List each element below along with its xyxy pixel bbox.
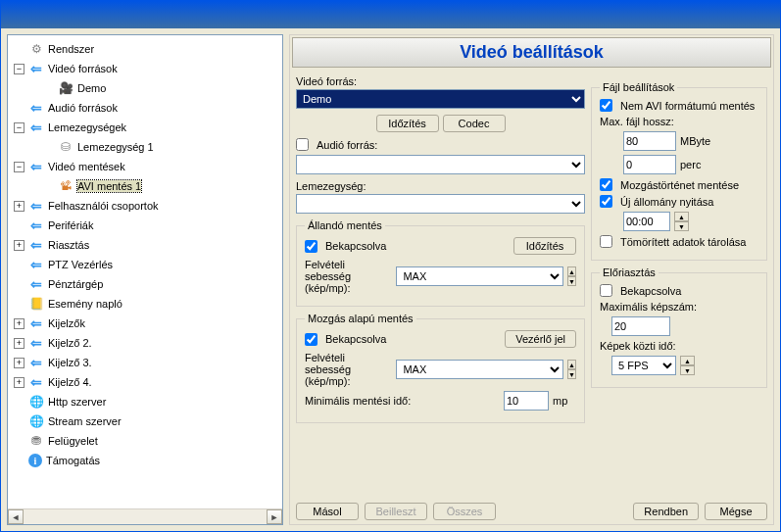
scroll-right-icon[interactable]: ► <box>267 509 282 524</box>
uj-allomany-checkbox[interactable] <box>600 195 612 208</box>
tree-kijelzo3[interactable]: Kijelző 3. <box>48 357 92 368</box>
tree-kijelzo4[interactable]: Kijelző 4. <box>48 376 92 388</box>
arrow-icon: ⇐ <box>28 257 44 272</box>
idozites-button[interactable]: Időzítés <box>376 115 439 132</box>
mozgastortenet-checkbox[interactable] <box>600 178 612 191</box>
tree-ptz[interactable]: PTZ Vezérlés <box>48 259 113 270</box>
arrow-icon: ⇐ <box>28 237 44 253</box>
tree-kijelzo2[interactable]: Kijelző 2. <box>48 337 92 349</box>
label-tomoritett: Tömörített adatok tárolása <box>620 236 746 248</box>
label-video-forras: Videó forrás: <box>296 75 585 87</box>
tree-penztar[interactable]: Pénztárgép <box>48 278 103 290</box>
vezerlo-jel-button[interactable]: Vezérlő jel <box>505 330 576 348</box>
label-elor-bekapcsolva: Bekapcsolva <box>620 285 681 297</box>
camera-icon: 🎥 <box>58 80 73 96</box>
legend-allando: Állandó mentés <box>305 219 385 231</box>
allando-idozites-button[interactable]: Időzítés <box>513 237 576 255</box>
max-kepszam-input[interactable] <box>611 316 670 336</box>
tree-periferiak[interactable]: Perifériák <box>48 219 93 231</box>
audio-forras-select[interactable] <box>296 155 585 174</box>
label-min-mentesi: Minimális mentési idő: <box>305 395 411 407</box>
arrow-icon: ⇐ <box>28 315 44 331</box>
expander-icon[interactable]: − <box>14 64 24 74</box>
arrow-icon: ⇐ <box>28 218 44 233</box>
nem-avi-checkbox[interactable] <box>600 99 612 112</box>
rendben-button[interactable]: Rendben <box>633 503 699 520</box>
tree-panel: ⚙ Rendszer − ⇐ Videó források 🎥 Demo ⇐ A… <box>7 34 283 525</box>
expander-icon[interactable]: + <box>14 201 24 212</box>
spin-up-icon[interactable]: ▲ <box>567 266 576 276</box>
tree-video-mentesek[interactable]: Videó mentések <box>48 161 125 172</box>
tree-lemezegyseg1[interactable]: Lemezegység 1 <box>77 141 154 153</box>
tree-esemeny[interactable]: Esemény napló <box>48 298 122 310</box>
tree-stream[interactable]: Stream szerver <box>48 415 122 427</box>
kepek-kozti-select[interactable]: 5 FPS <box>611 356 676 375</box>
arrow-icon: ⇐ <box>28 120 44 135</box>
label-mozgas-bekapcsolva: Bekapcsolva <box>325 333 386 345</box>
masol-button[interactable]: Másol <box>296 503 359 520</box>
lemezegyseg-select[interactable] <box>296 194 585 214</box>
label-kepek-kozti: Képek közti idő: <box>600 340 676 352</box>
record-icon: 📽 <box>58 178 73 194</box>
label-lemezegyseg: Lemezegység: <box>296 180 585 192</box>
expander-icon[interactable]: − <box>14 122 24 133</box>
expander-icon[interactable]: + <box>14 358 24 368</box>
spin-down-icon[interactable]: ▼ <box>567 369 576 379</box>
uj-allomany-ido-input[interactable] <box>623 212 670 231</box>
horizontal-scrollbar[interactable]: ◄ ► <box>8 508 282 524</box>
tree-avi-mentes1[interactable]: AVI mentés 1 <box>77 180 141 192</box>
expander-icon[interactable]: + <box>14 318 24 329</box>
panel-header: Videó beállítások <box>292 37 771 68</box>
mozgas-seb-select[interactable]: MAX <box>396 360 563 379</box>
spin-down-icon[interactable]: ▼ <box>567 276 576 286</box>
arrow-icon: ⇐ <box>28 61 44 76</box>
elor-bekapcsolva-checkbox[interactable] <box>600 284 612 297</box>
tree-http[interactable]: Http szerver <box>48 396 106 408</box>
expander-icon[interactable]: + <box>14 377 24 388</box>
titlebar <box>1 1 780 28</box>
allando-bekapcsolva-checkbox[interactable] <box>305 240 317 253</box>
log-icon: 📒 <box>28 296 44 312</box>
mozgas-bekapcsolva-checkbox[interactable] <box>305 333 317 346</box>
scroll-left-icon[interactable]: ◄ <box>8 509 24 524</box>
tree-demo[interactable]: Demo <box>77 82 106 94</box>
label-allando-seb: Felvételi sebesség (kép/mp): <box>305 259 388 294</box>
tree-felugyelet[interactable]: Felügyelet <box>48 435 98 447</box>
spin-up-icon[interactable]: ▲ <box>680 356 695 365</box>
tree-rendszer[interactable]: Rendszer <box>48 43 94 55</box>
tree-felhasznalok[interactable]: Felhasználói csoportok <box>48 200 159 212</box>
tree-riasztas[interactable]: Riasztás <box>48 239 89 251</box>
spin-up-icon[interactable]: ▲ <box>567 360 576 369</box>
label-mozgas-seb: Felvételi sebesség (kép/mp): <box>305 352 388 387</box>
tree-video-forrasok[interactable]: Videó források <box>48 63 118 74</box>
osszes-button[interactable]: Összes <box>433 503 496 520</box>
tomoritett-checkbox[interactable] <box>600 235 612 248</box>
expander-icon[interactable]: − <box>14 162 24 172</box>
bottom-bar: Másol Beilleszt Összes Rendben Mégse <box>292 497 771 522</box>
allando-seb-select[interactable]: MAX <box>396 266 563 286</box>
globe-icon: 🌐 <box>28 394 44 410</box>
tree-tamogatas[interactable]: Támogatás <box>46 455 100 466</box>
beilleszt-button[interactable]: Beilleszt <box>365 503 427 520</box>
audio-forras-checkbox[interactable] <box>296 138 309 151</box>
megse-button[interactable]: Mégse <box>705 503 767 520</box>
info-icon: i <box>28 454 42 467</box>
min-mentesi-input[interactable] <box>504 391 549 411</box>
max-fajl-perc-input[interactable] <box>623 155 676 174</box>
spin-up-icon[interactable]: ▲ <box>674 212 689 221</box>
expander-icon[interactable]: + <box>14 240 24 251</box>
video-forras-select[interactable]: Demo <box>296 89 585 109</box>
expander-icon[interactable]: + <box>14 338 24 349</box>
globe-icon: 🌐 <box>28 413 44 429</box>
tree-audio-forrasok[interactable]: Audió források <box>48 102 118 114</box>
spin-down-icon[interactable]: ▼ <box>674 221 689 231</box>
max-fajl-mbyte-input[interactable] <box>623 131 676 151</box>
spin-down-icon[interactable]: ▼ <box>680 365 695 375</box>
group-eloriasztas: Előriasztás Bekapcsolva Maximális képszá… <box>591 266 767 388</box>
arrow-icon: ⇐ <box>28 100 44 116</box>
label-audio-forras: Audió forrás: <box>317 139 377 151</box>
arrow-icon: ⇐ <box>28 355 44 370</box>
tree-kijelzok[interactable]: Kijelzők <box>48 317 85 329</box>
codec-button[interactable]: Codec <box>443 115 506 132</box>
tree-lemezegysegek[interactable]: Lemezegységek <box>48 121 126 133</box>
